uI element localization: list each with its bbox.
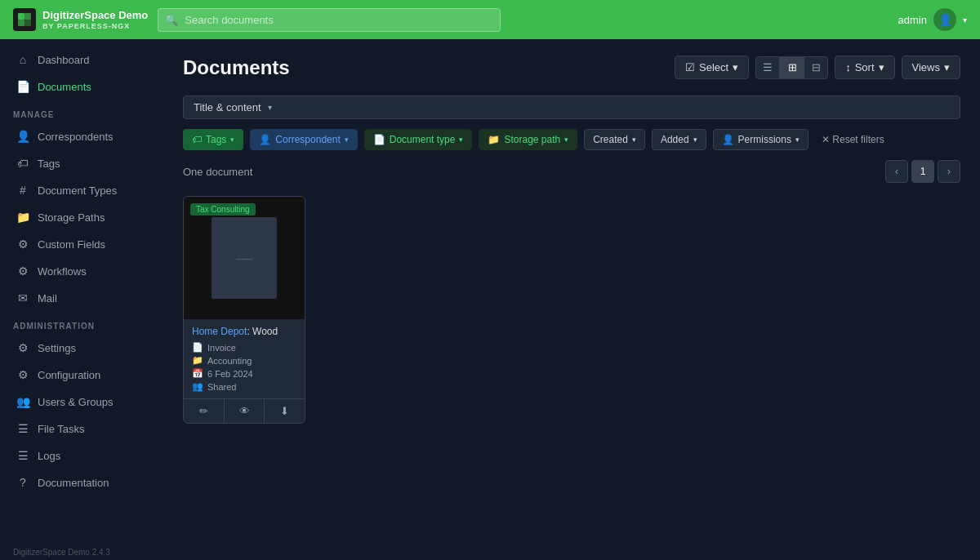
- doc-preview-icon: —: [236, 249, 252, 268]
- results-count: One document: [183, 166, 252, 178]
- shared-icon: 👥: [192, 381, 203, 392]
- help-icon: ?: [16, 476, 29, 489]
- doc-correspondent: Home Depot: [192, 326, 247, 337]
- title-search-input[interactable]: [278, 101, 950, 113]
- sidebar-item-dashboard[interactable]: ⌂ Dashboard: [3, 47, 160, 73]
- sidebar-item-logs[interactable]: ☰ Logs: [3, 442, 160, 469]
- permissions-filter-chevron: ▾: [795, 136, 800, 144]
- accounting-folder-icon: 📁: [192, 355, 203, 366]
- sidebar-item-label: Correspondents: [38, 131, 114, 143]
- user-menu-chevron: ▾: [963, 16, 967, 24]
- permissions-filter-label: Permissions: [738, 134, 791, 145]
- sidebar-item-label: Workflows: [38, 265, 87, 278]
- sidebar-item-label: Logs: [38, 450, 60, 462]
- doc-actions: ✏ 👁 ⬇: [184, 398, 305, 423]
- created-filter[interactable]: Created ▾: [584, 129, 645, 150]
- svg-rect-0: [18, 13, 24, 20]
- permissions-filter[interactable]: 👤 Permissions ▾: [713, 129, 808, 150]
- sidebar-item-documents[interactable]: 📄 Documents: [3, 73, 160, 100]
- results-header: One document ‹ 1 ›: [183, 160, 960, 183]
- tags-filter[interactable]: 🏷 Tags ▾: [183, 129, 243, 150]
- select-label: Select: [699, 61, 728, 73]
- created-filter-chevron: ▾: [632, 136, 636, 144]
- correspondent-icon: 👤: [16, 130, 29, 143]
- sidebar-item-configuration[interactable]: ⚙ Configuration: [3, 362, 160, 388]
- user-menu[interactable]: admin 👤 ▾: [898, 8, 967, 31]
- tags-filter-label: Tags: [206, 134, 226, 145]
- sort-label: Sort: [855, 61, 875, 73]
- doc-meta: 📄 Invoice 📁 Accounting 📅 6 Feb 2024: [192, 342, 296, 392]
- sidebar-item-label: Custom Fields: [38, 238, 105, 251]
- pagination: ‹ 1 ›: [885, 160, 960, 183]
- page-title: Documents: [183, 56, 290, 79]
- doc-preview: — Tax Consulting: [184, 197, 305, 319]
- workflow-icon: ⚙: [16, 264, 29, 278]
- sidebar-item-label: Configuration: [38, 369, 100, 381]
- sidebar-item-mail[interactable]: ✉ Mail: [3, 285, 160, 311]
- sort-button[interactable]: ↕ Sort ▾: [835, 56, 894, 79]
- doctype-icon: #: [16, 184, 29, 197]
- eye-icon: 👁: [239, 405, 250, 417]
- document-card[interactable]: — Tax Consulting Home Depot: Wood 📄 Invo…: [183, 196, 305, 424]
- app-name: DigitizerSpace Demo: [42, 9, 148, 22]
- correspondent-filter[interactable]: 👤 Correspondent ▾: [250, 129, 357, 150]
- sidebar-item-document-types[interactable]: # Document Types: [3, 177, 160, 203]
- document-type-filter[interactable]: 📄 Document type ▾: [364, 129, 473, 150]
- added-filter-label: Added: [661, 134, 689, 145]
- folder-icon: 📁: [16, 211, 29, 224]
- correspondent-filter-label: Correspondent: [275, 134, 340, 145]
- select-button[interactable]: ☑ Select ▾: [675, 56, 749, 79]
- sidebar-item-file-tasks[interactable]: ☰ File Tasks: [3, 416, 160, 442]
- title-search-chevron[interactable]: ▾: [268, 103, 272, 112]
- app-version: DigitizerSpace Demo 2.4.3: [0, 544, 163, 560]
- doc-download-button[interactable]: ⬇: [264, 399, 305, 423]
- sidebar-item-correspondents[interactable]: 👤 Correspondents: [3, 123, 160, 149]
- sidebar-item-custom-fields[interactable]: ⚙ Custom Fields: [3, 231, 160, 257]
- sidebar: ⌂ Dashboard 📄 Documents MANAGE 👤 Corresp…: [0, 39, 163, 560]
- sidebar-item-storage-paths[interactable]: 📁 Storage Paths: [3, 204, 160, 230]
- search-input[interactable]: [158, 8, 501, 32]
- main-content: Documents ☑ Select ▾ ☰ ⊞ ⊟ ↕ Sort ▾: [163, 39, 980, 560]
- app-name-block: DigitizerSpace Demo BY PAPERLESS-NGX: [42, 9, 148, 30]
- storage-path-filter[interactable]: 📁 Storage path ▾: [479, 129, 577, 150]
- doc-meta-doctype-text: Invoice: [207, 343, 236, 353]
- sidebar-item-documentation[interactable]: ? Documentation: [3, 469, 160, 496]
- toolbar: ☑ Select ▾ ☰ ⊞ ⊟ ↕ Sort ▾ Views ▾: [675, 56, 960, 79]
- file-tasks-icon: ☰: [16, 422, 29, 435]
- doc-title: Home Depot: Wood: [192, 326, 296, 337]
- reset-filters-button[interactable]: ✕ Reset filters: [815, 130, 891, 149]
- table-view-button[interactable]: ⊟: [804, 56, 828, 79]
- pagination-prev[interactable]: ‹: [885, 160, 908, 183]
- sidebar-item-users-groups[interactable]: 👥 Users & Groups: [3, 389, 160, 415]
- pagination-page-1[interactable]: 1: [911, 160, 934, 183]
- grid-view-button[interactable]: ⊞: [780, 56, 804, 79]
- doctype-filter-chevron: ▾: [459, 136, 463, 144]
- config-icon: ⚙: [16, 368, 29, 381]
- calendar-icon: 📅: [192, 368, 203, 379]
- search-bar: 🔍: [158, 8, 501, 32]
- sort-icon: ↕: [845, 61, 851, 73]
- sidebar-item-label: File Tasks: [38, 423, 85, 435]
- sidebar-item-label: Users & Groups: [38, 396, 113, 408]
- sidebar-item-tags[interactable]: 🏷 Tags: [3, 150, 160, 176]
- added-filter[interactable]: Added ▾: [652, 129, 706, 150]
- doc-meta-date-text: 6 Feb 2024: [207, 369, 253, 379]
- sidebar-item-workflows[interactable]: ⚙ Workflows: [3, 258, 160, 284]
- doc-preview-inner: —: [212, 217, 277, 299]
- page-header: Documents ☑ Select ▾ ☰ ⊞ ⊟ ↕ Sort ▾: [183, 56, 960, 79]
- users-icon: 👥: [16, 395, 29, 408]
- doc-view-button[interactable]: 👁: [224, 399, 265, 423]
- sidebar-item-settings[interactable]: ⚙ Settings: [3, 335, 160, 361]
- doc-edit-button[interactable]: ✏: [184, 399, 224, 423]
- document-type-filter-label: Document type: [390, 134, 456, 145]
- doctype-filter-icon: 📄: [373, 134, 385, 145]
- avatar: 👤: [933, 8, 956, 31]
- created-filter-label: Created: [593, 134, 628, 145]
- doc-tag-badge: Tax Consulting: [190, 203, 256, 216]
- pagination-next[interactable]: ›: [938, 160, 960, 183]
- views-button[interactable]: Views ▾: [902, 56, 960, 79]
- svg-rect-2: [18, 20, 24, 26]
- svg-rect-1: [24, 13, 31, 20]
- list-view-button[interactable]: ☰: [755, 56, 780, 79]
- download-icon: ⬇: [280, 405, 289, 417]
